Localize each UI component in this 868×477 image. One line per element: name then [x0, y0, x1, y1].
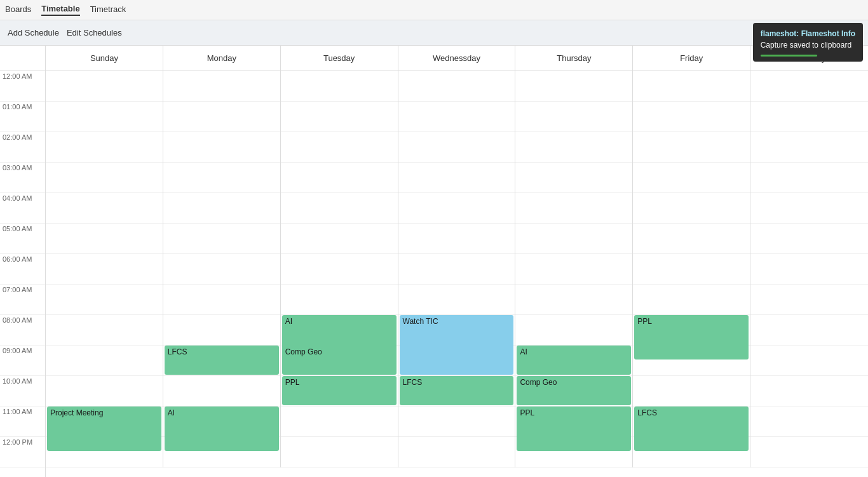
calendar-event[interactable]: Watch TIC — [400, 315, 514, 375]
day-column: AIComp GeoPPL — [281, 71, 398, 467]
day-header: Sunday — [46, 46, 163, 71]
hour-cell — [750, 163, 868, 193]
hour-cell — [281, 437, 398, 467]
time-slot: 08:00 AM — [0, 315, 45, 346]
hour-cell — [163, 102, 280, 132]
time-slot: 01:00 AM — [0, 102, 45, 132]
time-column-header — [0, 46, 45, 71]
hour-cell — [633, 132, 750, 163]
time-slot: 06:00 AM — [0, 254, 45, 285]
hour-cell — [398, 224, 515, 254]
hour-cell — [163, 315, 280, 346]
time-column: 12:00 AM01:00 AM02:00 AM03:00 AM04:00 AM… — [0, 46, 46, 477]
day-header: Wednessday — [398, 46, 516, 71]
time-slot: 02:00 AM — [0, 132, 45, 163]
hour-cell — [633, 254, 750, 285]
hour-cell — [398, 254, 515, 285]
hour-cell — [46, 102, 163, 132]
hour-cell — [398, 193, 515, 224]
hour-cell — [515, 224, 632, 254]
time-slot: 10:00 AM — [0, 376, 45, 406]
hour-cell — [750, 406, 868, 437]
hour-cell — [46, 224, 163, 254]
calendar-event[interactable]: PPL — [634, 315, 749, 359]
hour-cell — [46, 285, 163, 315]
hour-cell — [750, 132, 868, 163]
hour-cell — [750, 224, 868, 254]
hour-cell — [398, 437, 515, 467]
hour-cell — [163, 193, 280, 224]
hour-cell — [46, 193, 163, 224]
calendar-event[interactable]: LFCS — [165, 346, 279, 375]
hour-cell — [46, 346, 163, 376]
calendar-event[interactable]: Comp Geo — [517, 376, 631, 405]
hour-cell — [163, 285, 280, 315]
time-slot: 07:00 AM — [0, 285, 45, 315]
nav-timetable[interactable]: Timetable — [41, 4, 79, 16]
hour-cell — [515, 163, 632, 193]
hour-cell — [398, 406, 515, 437]
time-slot: 03:00 AM — [0, 163, 45, 193]
calendar-event[interactable]: PPL — [517, 406, 631, 451]
hour-cell — [515, 132, 632, 163]
calendar-event[interactable]: Project Meeting — [47, 406, 161, 451]
hour-cell — [46, 71, 163, 102]
hour-cell — [163, 224, 280, 254]
hour-cell — [398, 102, 515, 132]
day-header: Friday — [633, 46, 750, 71]
day-column: AIComp GeoPPL — [515, 71, 633, 467]
hour-cell — [750, 437, 868, 467]
days-header: SundayMondayTuesdayWednessdayThursdayFri… — [46, 46, 868, 71]
hour-cell — [515, 254, 632, 285]
day-column — [750, 71, 868, 467]
toolbar: Add Schedule Edit Schedules — [0, 20, 868, 46]
hour-cell — [750, 315, 868, 346]
calendar-event[interactable]: Comp Geo — [282, 346, 397, 375]
hour-cell — [163, 254, 280, 285]
day-header: Monday — [163, 46, 281, 71]
toast-message: Capture saved to clipboard — [761, 39, 855, 51]
hour-cell — [281, 254, 398, 285]
add-schedule-link[interactable]: Add Schedule — [8, 28, 59, 37]
time-slot: 09:00 AM — [0, 346, 45, 376]
days-grid: SundayMondayTuesdayWednessdayThursdayFri… — [46, 46, 868, 477]
toast-notification: flameshot: Flameshot Info Capture saved … — [753, 23, 863, 62]
hour-cell — [750, 102, 868, 132]
day-header: Thursday — [515, 46, 633, 71]
calendar-event[interactable]: LFCS — [400, 376, 514, 405]
calendar-event[interactable]: LFCS — [634, 406, 749, 451]
hour-cell — [281, 163, 398, 193]
day-column: LFCSAI — [163, 71, 281, 467]
edit-schedules-link[interactable]: Edit Schedules — [67, 28, 122, 37]
calendar-event[interactable]: PPL — [282, 376, 397, 405]
rows-wrapper: Project MeetingLFCSAIAIComp GeoPPLWatch … — [46, 71, 868, 477]
hour-cell — [515, 285, 632, 315]
hour-cell — [750, 285, 868, 315]
hour-cell — [750, 376, 868, 406]
hour-cell — [46, 254, 163, 285]
calendar-wrapper: 12:00 AM01:00 AM02:00 AM03:00 AM04:00 AM… — [0, 46, 868, 477]
hour-cell — [750, 193, 868, 224]
hour-cell — [633, 102, 750, 132]
hour-cell — [163, 71, 280, 102]
hour-cell — [633, 71, 750, 102]
hour-cell — [281, 285, 398, 315]
calendar-event[interactable]: AI — [165, 406, 279, 451]
hour-cell — [515, 193, 632, 224]
time-slot: 12:00 PM — [0, 437, 45, 467]
hour-cell — [633, 193, 750, 224]
hour-cell — [750, 254, 868, 285]
time-slot: 05:00 AM — [0, 224, 45, 254]
time-slot: 11:00 AM — [0, 406, 45, 437]
hour-cell — [281, 406, 398, 437]
hour-cell — [281, 224, 398, 254]
nav-timetrack[interactable]: Timetrack — [90, 4, 126, 15]
hour-cell — [46, 376, 163, 406]
hour-cell — [515, 102, 632, 132]
calendar-event[interactable]: AI — [517, 346, 631, 375]
top-nav: Boards Timetable Timetrack — [0, 0, 868, 20]
hour-cell — [750, 71, 868, 102]
hour-cell — [281, 102, 398, 132]
nav-boards[interactable]: Boards — [5, 4, 31, 15]
hour-cell — [163, 132, 280, 163]
